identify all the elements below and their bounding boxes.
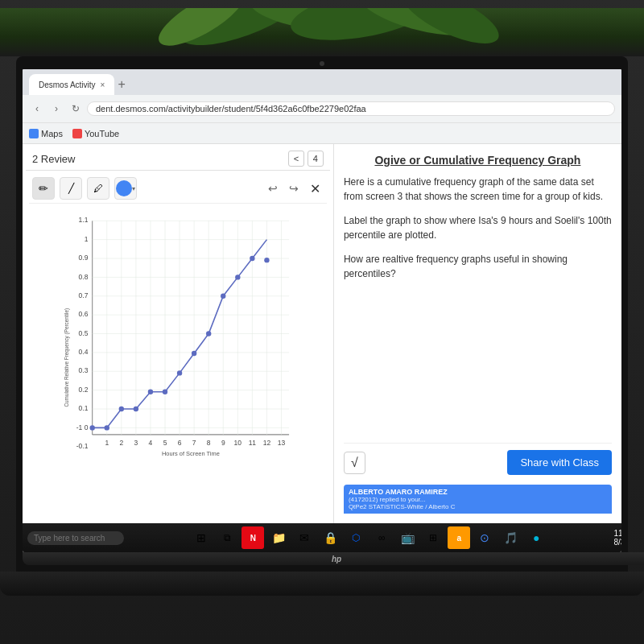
right-panel: Ogive or Cumulative Frequency Graph Here… [334,144,621,523]
svg-text:0.2: 0.2 [79,386,89,394]
svg-text:0.9: 0.9 [79,254,89,262]
close-button[interactable]: ✕ [307,178,324,200]
active-tab[interactable]: Desmos Activity × [29,74,114,95]
clock-time: 11:0 [614,529,621,538]
color-circle [116,180,132,196]
taskbar-search-input[interactable] [27,531,124,545]
svg-text:10: 10 [234,439,242,447]
taskbar-icons: ⊞ ⧉ N 📁 ✉ 🔒 ⬡ ∞ 📺 ⊞ a ⊙ 🎵 ● [127,526,611,549]
lock-icon[interactable]: 🔒 [319,526,341,549]
marker-tool-button[interactable]: 🖊 [87,177,109,200]
youtube-label: YouTube [85,129,119,138]
pen-icon: ╱ [68,183,74,194]
laptop-outer: Desmos Activity × + ‹ › ↻ dent.desmos.co… [0,0,644,644]
taskbar-time: 11:0 8/31 [614,529,621,547]
svg-text:0.4: 0.4 [79,348,89,356]
svg-text:0.1: 0.1 [79,404,89,412]
svg-text:8: 8 [207,439,211,447]
svg-text:9: 9 [221,439,225,447]
color-picker-button[interactable]: ▾ [114,177,137,200]
forward-button[interactable]: › [48,101,64,117]
maps-label: Maps [41,129,63,138]
app7-icon[interactable]: 🎵 [499,526,522,549]
tv-icon[interactable]: 📺 [396,526,419,549]
file-explorer-icon[interactable]: 📁 [267,526,290,549]
tab-label: Desmos Activity [39,80,96,89]
laptop-base [0,572,644,596]
undo-button[interactable]: ↩ [265,179,281,198]
screen-bezel: Desmos Activity × + ‹ › ↻ dent.desmos.co… [16,56,628,572]
svg-text:11: 11 [249,439,257,447]
svg-text:0.5: 0.5 [79,329,89,337]
youtube-icon [72,129,82,138]
tab-close-button[interactable]: × [101,80,105,89]
next-page-button[interactable]: 4 [308,151,324,167]
x-axis-label: Hours of Screen Time [162,450,220,457]
svg-point-59 [90,425,95,430]
taskbar: ⊞ ⧉ N 📁 ✉ 🔒 ⬡ ∞ 📺 ⊞ a ⊙ 🎵 ● [23,523,621,552]
pen-tool-button[interactable]: ╱ [60,177,82,200]
svg-text:-0.1: -0.1 [76,442,89,450]
notification-name: ALBERTO AMARO RAMIREZ [349,488,607,496]
bookmark-maps[interactable]: Maps [29,129,63,138]
question-text: How are realtive frequency graphs useful… [344,252,612,281]
page-title: 2 Review [32,153,75,165]
svg-point-64 [163,390,167,394]
svg-text:5: 5 [163,439,167,447]
svg-point-69 [235,275,240,279]
prev-page-button[interactable]: < [288,151,304,167]
svg-text:1.1: 1.1 [79,216,89,224]
app8-icon[interactable]: ● [525,526,547,549]
mail-icon[interactable]: ✉ [293,526,316,549]
maps-icon [29,129,39,138]
reload-button[interactable]: ↻ [68,101,84,117]
answer-area: √ Share with Class [344,443,612,475]
math-input-button[interactable]: √ [344,452,365,474]
nav-arrows: < 4 [288,151,324,167]
svg-point-60 [105,425,109,430]
redo-button[interactable]: ↪ [286,179,302,198]
svg-text:0.7: 0.7 [79,291,89,299]
dropbox-icon[interactable]: ⬡ [345,526,367,549]
svg-text:0.6: 0.6 [79,310,89,318]
notification-panel[interactable]: ALBERTO AMARO RAMIREZ (4172012) replied … [344,485,612,514]
windows-start-button[interactable]: ⊞ [190,526,213,549]
infinity-icon[interactable]: ∞ [370,526,393,549]
svg-point-66 [192,351,196,356]
svg-text:6: 6 [178,439,182,447]
svg-point-71 [264,258,269,262]
svg-point-65 [177,370,182,375]
address-bar-row: ‹ › ↻ dent.desmos.com/activitybuilder/st… [23,95,621,122]
svg-text:3: 3 [134,439,138,447]
svg-text:4: 4 [149,439,153,447]
notification-detail: (4172012) replied to your... [349,496,607,503]
amazon-icon[interactable]: a [448,526,470,549]
svg-point-67 [206,331,211,336]
svg-text:-1 0: -1 0 [76,423,89,431]
laptop-bottom-bar: hp [23,552,644,565]
share-with-class-button[interactable]: Share with Class [507,450,612,475]
back-button[interactable]: ‹ [29,101,45,117]
address-bar[interactable]: dent.desmos.com/activitybuilder/student/… [87,101,615,116]
notification-subject: QtPe2 STATISTICS-White / Alberto C [349,503,607,510]
graph-toolbar: ✏ ╱ 🖊 ▾ [29,174,327,204]
screen: Desmos Activity × + ‹ › ↻ dent.desmos.co… [23,69,621,552]
left-panel: 2 Review < 4 ✏ [23,144,334,523]
svg-text:0.3: 0.3 [79,366,89,374]
bookmark-youtube[interactable]: YouTube [72,129,119,138]
camera [320,61,324,66]
new-tab-button[interactable]: + [114,77,128,92]
chrome-icon[interactable]: ⊙ [473,526,496,549]
chart-area: Cumulative Relative Frequency (Percentil… [29,204,327,477]
taskbar-right: 11:0 8/31 [614,529,621,547]
svg-text:0.8: 0.8 [79,273,89,281]
svg-text:2: 2 [119,439,123,447]
task-view-button[interactable]: ⧉ [216,526,238,549]
hp-logo: hp [332,555,341,564]
svg-text:1: 1 [85,235,89,243]
svg-text:7: 7 [192,439,196,447]
windows2-icon[interactable]: ⊞ [422,526,444,549]
netflix-icon[interactable]: N [242,526,264,549]
tab-bar: Desmos Activity × + [23,69,621,95]
pencil-tool-button[interactable]: ✏ [32,177,55,200]
